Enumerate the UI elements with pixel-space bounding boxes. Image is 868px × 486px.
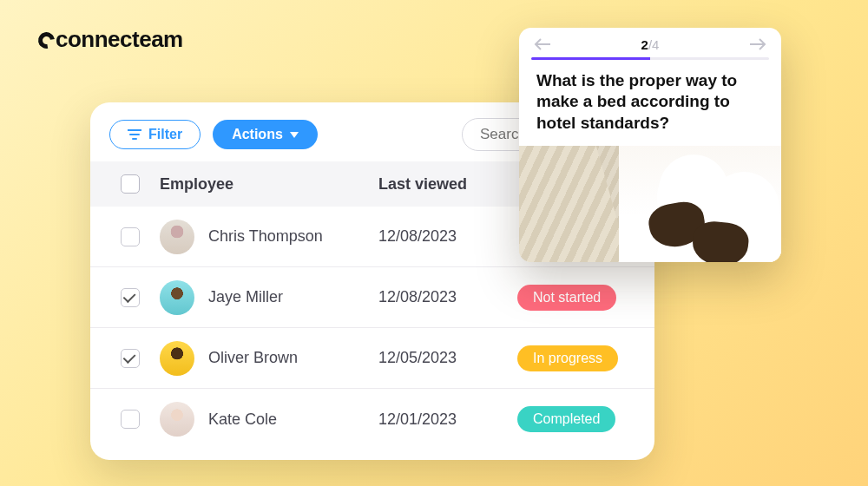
quiz-progress-bar bbox=[531, 57, 769, 60]
row-checkbox[interactable] bbox=[121, 349, 140, 368]
last-viewed: 12/01/2023 bbox=[378, 410, 517, 429]
logo-mark-icon bbox=[35, 29, 57, 51]
table-row: Oliver Brown 12/05/2023 In progress bbox=[90, 328, 654, 389]
status-badge: Completed bbox=[517, 406, 615, 432]
brand-logo: connecteam bbox=[38, 26, 183, 53]
quiz-progress-count: 2/4 bbox=[641, 37, 660, 52]
quiz-total: /4 bbox=[648, 37, 660, 52]
select-all-checkbox[interactable] bbox=[121, 174, 140, 194]
avatar bbox=[160, 280, 194, 315]
filter-label: Filter bbox=[148, 127, 182, 142]
quiz-prev-button[interactable] bbox=[533, 36, 552, 52]
quiz-question: What is the proper way to make a bed acc… bbox=[519, 69, 781, 146]
header-last-viewed: Last viewed bbox=[378, 175, 517, 194]
employee-name: Jaye Miller bbox=[208, 288, 283, 306]
status-badge: In progress bbox=[517, 345, 618, 371]
quiz-current: 2 bbox=[641, 37, 648, 52]
employee-name: Kate Cole bbox=[208, 410, 277, 429]
actions-button[interactable]: Actions bbox=[213, 120, 318, 149]
row-checkbox[interactable] bbox=[121, 410, 140, 429]
table-row: Jaye Miller 12/08/2023 Not started bbox=[90, 267, 654, 328]
row-checkbox[interactable] bbox=[121, 288, 140, 307]
status-badge: Not started bbox=[517, 285, 616, 311]
employee-name: Chris Thompson bbox=[208, 227, 323, 246]
quiz-next-button[interactable] bbox=[748, 36, 767, 52]
brand-text: connecteam bbox=[56, 26, 183, 52]
employee-name: Oliver Brown bbox=[208, 349, 298, 367]
actions-label: Actions bbox=[232, 127, 283, 142]
last-viewed: 12/05/2023 bbox=[378, 349, 517, 367]
quiz-progress-fill bbox=[531, 57, 650, 60]
filter-icon bbox=[128, 129, 141, 140]
filter-button[interactable]: Filter bbox=[109, 120, 201, 149]
last-viewed: 12/08/2023 bbox=[378, 227, 517, 246]
quiz-image bbox=[519, 146, 781, 262]
header-employee: Employee bbox=[151, 175, 378, 194]
table-row: Kate Cole 12/01/2023 Completed bbox=[90, 389, 654, 450]
last-viewed: 12/08/2023 bbox=[378, 288, 517, 306]
avatar bbox=[160, 402, 194, 437]
row-checkbox[interactable] bbox=[121, 227, 140, 246]
quiz-nav: 2/4 bbox=[519, 28, 781, 57]
avatar bbox=[160, 220, 194, 254]
quiz-card: 2/4 What is the proper way to make a bed… bbox=[519, 28, 781, 262]
chevron-down-icon bbox=[290, 132, 299, 138]
avatar bbox=[160, 341, 194, 376]
